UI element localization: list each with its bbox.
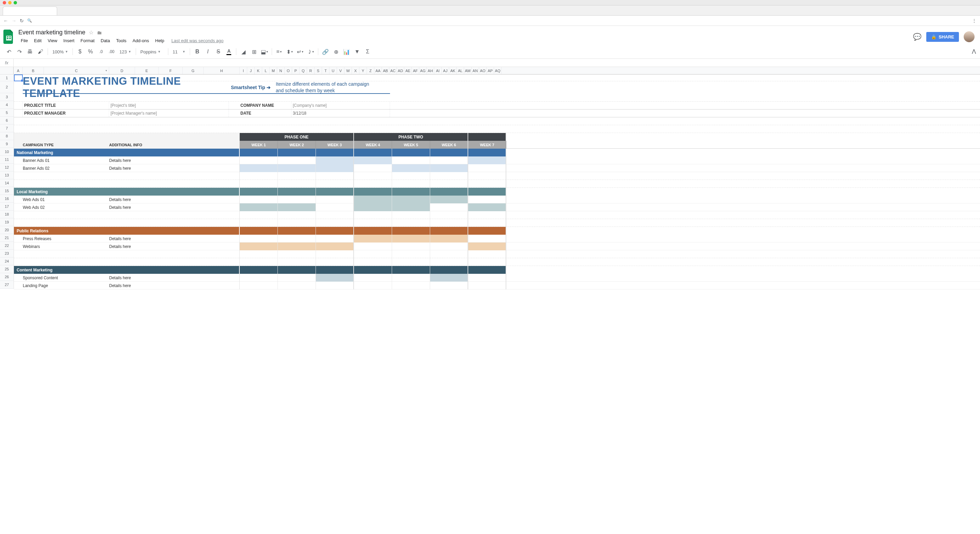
row-header-2[interactable]: 2 [0, 81, 14, 93]
document-title[interactable]: Event marketing timeline [18, 29, 85, 36]
field-value[interactable]: [Company's name] [291, 102, 390, 109]
col-header-B[interactable]: B [23, 67, 44, 74]
col-header-A[interactable]: A [14, 67, 23, 74]
gantt-cell[interactable] [316, 282, 354, 289]
select-all-corner[interactable] [0, 67, 14, 75]
valign-icon[interactable]: ⬍▼ [285, 47, 294, 56]
campaign-name[interactable]: Press Releases [23, 236, 109, 241]
row-header-25[interactable]: 25 [0, 265, 14, 273]
col-header-R[interactable]: R [307, 67, 315, 74]
window-max-icon[interactable] [14, 1, 17, 5]
gantt-cell[interactable] [468, 196, 506, 203]
row-header-4[interactable]: 4 [0, 101, 14, 109]
row-header-24[interactable]: 24 [0, 257, 14, 265]
campaign-info[interactable]: Details here [109, 158, 131, 163]
functions-icon[interactable]: Σ [363, 47, 372, 56]
col-header-AD[interactable]: AD [397, 67, 404, 74]
menu-help[interactable]: Help [153, 37, 167, 45]
strike-icon[interactable]: S [213, 47, 223, 56]
col-header-AG[interactable]: AG [419, 67, 427, 74]
field-value[interactable]: 3/12/18 [291, 110, 390, 117]
col-header-X[interactable]: X [352, 67, 360, 74]
row-header-16[interactable]: 16 [0, 195, 14, 203]
campaign-name[interactable]: Webinars [23, 244, 109, 249]
filter-icon[interactable]: ▼ [352, 47, 362, 56]
rotate-icon[interactable]: ⤸▼ [306, 47, 315, 56]
row-header-10[interactable]: 10 [0, 148, 14, 156]
row-header-7[interactable]: 7 [0, 124, 14, 132]
gantt-cell[interactable] [240, 156, 278, 164]
gantt-cell[interactable] [468, 164, 506, 172]
gantt-cell[interactable] [354, 282, 392, 289]
col-header-G[interactable]: G [183, 67, 204, 74]
col-header-I[interactable]: I [240, 67, 247, 74]
merge-icon[interactable]: ⬓▼ [260, 47, 269, 56]
campaign-info[interactable]: Details here [109, 276, 131, 280]
gantt-cell[interactable] [392, 164, 430, 172]
gantt-cell[interactable] [240, 196, 278, 203]
gantt-cell[interactable] [316, 242, 354, 250]
gantt-cell[interactable] [392, 235, 430, 242]
gantt-cell[interactable] [430, 196, 468, 203]
gantt-cell[interactable] [430, 164, 468, 172]
col-header-M[interactable]: M [270, 67, 277, 74]
campaign-name[interactable]: Web Ads 01 [23, 197, 109, 202]
last-edit-link[interactable]: Last edit was seconds ago [171, 38, 223, 43]
col-header-T[interactable]: T [322, 67, 329, 74]
row-header-3[interactable]: 3 [0, 93, 14, 101]
campaign-name[interactable]: Banner Ads 01 [23, 158, 109, 163]
gantt-cell[interactable] [354, 274, 392, 282]
menu-insert[interactable]: Insert [61, 37, 77, 45]
font-select[interactable]: Poppins▼ [138, 49, 165, 54]
gantt-cell[interactable] [354, 235, 392, 242]
col-header-S[interactable]: S [315, 67, 322, 74]
campaign-info[interactable]: Details here [109, 236, 131, 241]
gantt-cell[interactable] [354, 196, 392, 203]
dec-decrease-icon[interactable]: .0 [96, 47, 106, 56]
campaign-info[interactable]: Details here [109, 166, 131, 171]
col-header-K[interactable]: K [255, 67, 262, 74]
col-header-AC[interactable]: AC [389, 67, 397, 74]
col-header-O[interactable]: O [285, 67, 292, 74]
gantt-cell[interactable] [430, 274, 468, 282]
col-header-W[interactable]: W [344, 67, 352, 74]
chart-icon[interactable]: 📊 [342, 47, 351, 56]
campaign-name[interactable]: Sponsored Content [23, 276, 109, 280]
row-header-21[interactable]: 21 [0, 234, 14, 242]
col-header-H[interactable]: H [204, 67, 240, 74]
gantt-cell[interactable] [468, 203, 506, 211]
col-header-N[interactable]: N [277, 67, 285, 74]
gantt-cell[interactable] [468, 274, 506, 282]
gantt-cell[interactable] [316, 235, 354, 242]
row-header-1[interactable]: 1 [0, 75, 14, 81]
gantt-cell[interactable] [392, 196, 430, 203]
selected-cell[interactable] [14, 75, 23, 81]
paint-format-icon[interactable]: 🖌 [36, 47, 45, 56]
italic-icon[interactable]: I [203, 47, 213, 56]
menu-view[interactable]: View [45, 37, 59, 45]
col-header-AA[interactable]: AA [374, 67, 382, 74]
row-header-5[interactable]: 5 [0, 109, 14, 117]
gantt-cell[interactable] [392, 274, 430, 282]
campaign-info[interactable]: Details here [109, 244, 131, 249]
print-icon[interactable]: 🖶 [25, 47, 35, 56]
col-header-AK[interactable]: AK [449, 67, 457, 74]
nav-back-icon[interactable]: ← [3, 18, 8, 24]
menu-file[interactable]: File [18, 37, 30, 45]
row-header-8[interactable]: 8 [0, 132, 14, 140]
gantt-cell[interactable] [392, 282, 430, 289]
col-header-Q[interactable]: Q [299, 67, 307, 74]
col-header-U[interactable]: U [329, 67, 337, 74]
gantt-cell[interactable] [240, 274, 278, 282]
gantt-cell[interactable] [278, 156, 316, 164]
col-header-AF[interactable]: AF [412, 67, 419, 74]
avatar[interactable] [964, 31, 975, 42]
halign-icon[interactable]: ≡▼ [274, 47, 284, 56]
gantt-cell[interactable] [278, 164, 316, 172]
percent-icon[interactable]: % [86, 47, 95, 56]
row-header-18[interactable]: 18 [0, 210, 14, 218]
gantt-cell[interactable] [316, 274, 354, 282]
text-color-icon[interactable]: A [224, 47, 234, 56]
campaign-name[interactable]: Web Ads 02 [23, 205, 109, 210]
browser-tab[interactable] [3, 6, 57, 15]
